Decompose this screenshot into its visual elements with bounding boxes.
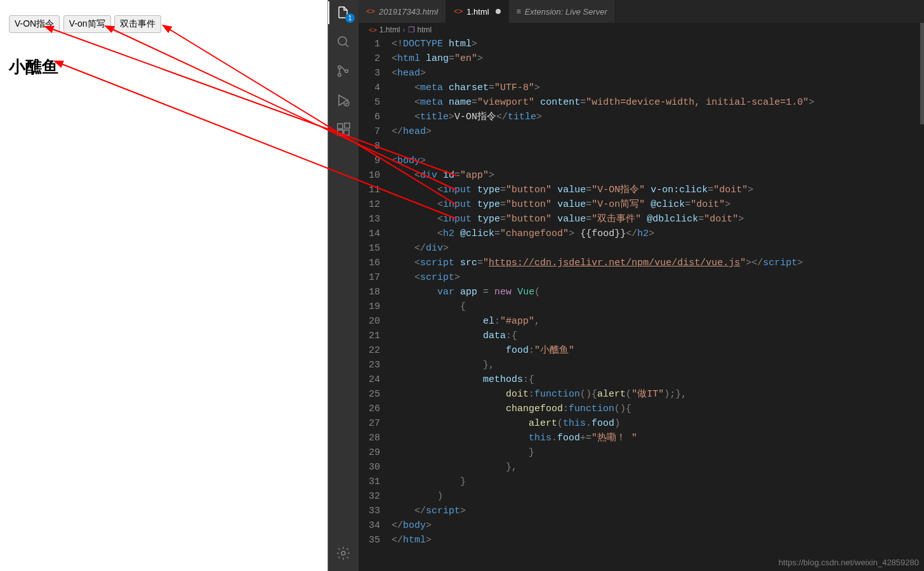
modified-dot-icon: [496, 9, 501, 14]
svg-rect-10: [345, 123, 350, 128]
svg-point-11: [341, 551, 345, 555]
scrollbar[interactable]: [920, 23, 924, 124]
explorer-badge: 1: [345, 13, 355, 23]
svg-line-1: [345, 44, 348, 47]
breadcrumb-file: 1.html: [380, 25, 400, 34]
svg-rect-9: [344, 130, 349, 135]
run-debug-icon[interactable]: [336, 93, 351, 108]
extension-icon: ≡: [517, 7, 521, 16]
line-number-gutter: 1234567891011121314151617181920212223242…: [359, 37, 392, 571]
svg-rect-7: [338, 124, 343, 129]
breadcrumb-symbol: html: [418, 25, 432, 34]
breadcrumb[interactable]: <> 1.html › ❐ html: [359, 23, 924, 37]
preview-button-1[interactable]: V-ON指令: [9, 15, 60, 33]
tab-label: Extension: Live Server: [525, 7, 607, 16]
tab-file-2[interactable]: <> 1.html: [446, 0, 508, 23]
browser-preview-pane: V-ON指令 V-on简写 双击事件 小醮鱼: [0, 0, 328, 571]
code-content[interactable]: <!DOCTYPE html><html lang="en"><head> <m…: [392, 37, 924, 571]
editor-tabs: <> 201917343.html <> 1.html ≡ Extension:…: [359, 0, 924, 23]
vscode-window: 1 <> 201917343.html: [328, 0, 924, 571]
explorer-icon[interactable]: 1: [336, 5, 351, 20]
svg-point-4: [345, 70, 348, 73]
extensions-icon[interactable]: [336, 122, 351, 137]
settings-gear-icon[interactable]: [336, 546, 351, 561]
preview-heading[interactable]: 小醮鱼: [9, 56, 319, 78]
preview-button-3[interactable]: 双击事件: [114, 15, 161, 33]
preview-button-2[interactable]: V-on简写: [63, 15, 111, 33]
svg-point-2: [338, 66, 341, 69]
html-file-icon: <>: [454, 7, 463, 16]
tab-label: 201917343.html: [379, 7, 438, 16]
preview-buttons: V-ON指令 V-on简写 双击事件: [9, 15, 319, 33]
symbol-icon: ❐: [408, 25, 415, 34]
tab-label: 1.html: [466, 7, 489, 16]
watermark: https://blog.csdn.net/weixin_42859280: [779, 558, 919, 567]
source-control-icon[interactable]: [336, 63, 351, 79]
tab-extension[interactable]: ≡ Extension: Live Server: [509, 0, 616, 23]
svg-point-3: [338, 74, 341, 77]
html-file-icon: <>: [366, 7, 375, 16]
chevron-right-icon: ›: [403, 25, 406, 34]
activity-bar: 1: [328, 0, 359, 571]
search-icon[interactable]: [336, 34, 351, 49]
html-file-icon: <>: [369, 26, 377, 34]
svg-rect-8: [338, 130, 343, 135]
code-editor[interactable]: 1234567891011121314151617181920212223242…: [359, 37, 924, 571]
tab-file-1[interactable]: <> 201917343.html: [359, 0, 446, 23]
